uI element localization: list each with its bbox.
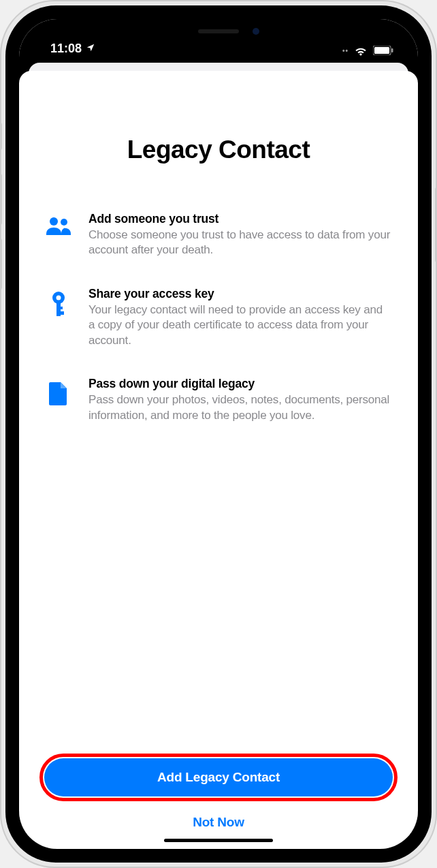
not-now-button[interactable]: Not Now (193, 815, 244, 830)
svg-rect-2 (391, 48, 393, 52)
location-arrow-icon (86, 42, 95, 56)
feature-desc: Your legacy contact will need to provide… (88, 303, 391, 348)
feature-item-document: Pass down your digital legacy Pass down … (44, 377, 391, 423)
modal-backdrop: Legacy Contact (19, 59, 418, 849)
status-time: 11:08 (50, 42, 82, 56)
svg-rect-1 (374, 47, 389, 54)
feature-item-trust: Add someone you trust Choose someone you… (44, 212, 391, 258)
svg-rect-8 (56, 311, 64, 315)
feature-title: Pass down your digital legacy (88, 377, 391, 391)
feature-desc: Choose someone you trust to have access … (88, 228, 391, 258)
feature-item-key: Share your access key Your legacy contac… (44, 287, 391, 348)
document-icon (44, 377, 74, 407)
feature-title: Share your access key (88, 287, 391, 301)
battery-icon (373, 46, 393, 55)
feature-desc: Pass down your photos, videos, notes, do… (88, 392, 391, 423)
mute-switch (0, 123, 2, 150)
speaker-grille (198, 29, 239, 33)
notch (130, 19, 307, 44)
feature-title: Add someone you trust (88, 212, 391, 226)
home-indicator[interactable] (164, 839, 273, 842)
wifi-icon (354, 45, 368, 56)
phone-frame: 11:08 •• Legac (0, 0, 437, 868)
phone-bezel: 11:08 •• Legac (5, 5, 432, 863)
screen: 11:08 •• Legac (19, 19, 418, 849)
people-icon (44, 212, 74, 235)
svg-point-6 (56, 295, 61, 300)
annotation-highlight-ring: Add Legacy Contact (39, 754, 398, 801)
svg-point-3 (50, 217, 58, 226)
key-icon (44, 287, 74, 318)
front-camera (253, 28, 259, 35)
add-legacy-contact-button[interactable]: Add Legacy Contact (44, 758, 393, 796)
legacy-contact-sheet: Legacy Contact (19, 71, 418, 849)
bottom-actions: Add Legacy Contact Not Now (39, 754, 398, 849)
volume-up-button (0, 174, 2, 225)
cellular-dots-icon: •• (342, 47, 349, 55)
page-title: Legacy Contact (39, 136, 398, 164)
feature-list: Add someone you trust Choose someone you… (39, 212, 398, 423)
svg-rect-9 (56, 307, 63, 309)
svg-point-4 (61, 219, 67, 226)
volume-down-button (0, 238, 2, 290)
